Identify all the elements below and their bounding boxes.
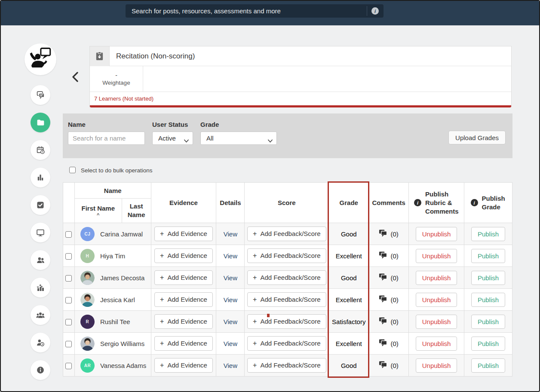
publish-button[interactable]: Publish — [471, 293, 505, 307]
row-checkbox[interactable] — [65, 319, 72, 325]
comments-count: (0) — [390, 362, 398, 369]
app-window: i R — [0, 0, 540, 392]
first-name-sort-header[interactable]: First Name ^ — [74, 199, 122, 223]
publish-button[interactable]: Publish — [471, 271, 505, 285]
unpublish-button[interactable]: Unpublish — [416, 271, 457, 285]
unpublish-button[interactable]: Unpublish — [416, 337, 457, 351]
add-evidence-button[interactable]: +Add Evidence — [154, 227, 213, 241]
row-checkbox[interactable] — [65, 341, 72, 347]
bulk-operations-label: Select to do bulk operations — [81, 167, 153, 174]
sidebar-item-leaderboard[interactable] — [31, 278, 50, 297]
add-feedback-score-button[interactable]: +Add Feedback/Score — [247, 336, 326, 351]
weightage-label: Weightage — [102, 79, 130, 87]
comments-icon[interactable] — [379, 295, 387, 304]
sidebar-item-resources[interactable] — [31, 113, 50, 132]
grade-value: Excellent — [336, 340, 362, 347]
comments-icon[interactable] — [379, 361, 387, 370]
add-evidence-button[interactable]: +Add Evidence — [154, 292, 213, 307]
learner-name: Sergio Williams — [100, 340, 144, 347]
info-icon[interactable]: i — [471, 199, 478, 206]
add-feedback-score-button[interactable]: +Add Feedback/Score — [247, 248, 326, 263]
user-status-select[interactable]: Active — [153, 132, 193, 144]
last-name-header[interactable]: Last Name — [122, 199, 151, 223]
plus-icon: + — [253, 230, 257, 237]
search-input[interactable] — [126, 4, 360, 18]
comments-column-header: Comments — [369, 183, 409, 223]
view-details-link[interactable]: View — [224, 274, 237, 282]
unpublish-button[interactable]: Unpublish — [416, 358, 457, 373]
view-details-link[interactable]: View — [224, 252, 237, 260]
comments-icon[interactable] — [379, 229, 387, 239]
plus-icon: + — [160, 296, 164, 303]
view-details-link[interactable]: View — [224, 296, 237, 303]
sidebar-item-users[interactable] — [31, 250, 50, 270]
row-checkbox[interactable] — [65, 231, 72, 238]
grade-value: Excellent — [336, 252, 362, 260]
row-checkbox[interactable] — [65, 363, 72, 369]
comments-icon[interactable] — [379, 251, 387, 260]
add-evidence-button[interactable]: +Add Evidence — [154, 314, 213, 329]
back-chevron-icon[interactable] — [71, 72, 79, 82]
assessment-header-card: Recitation (Non-scoring) - Weightage 7 L… — [89, 46, 512, 107]
sidebar-item-groups[interactable] — [31, 305, 50, 325]
comments-icon[interactable] — [379, 273, 387, 282]
sidebar-item-info[interactable] — [31, 360, 50, 380]
sidebar-item-schedule[interactable] — [31, 140, 50, 160]
table-row: HHiya Tim+Add EvidenceView+Add Feedback/… — [63, 245, 512, 267]
brand-logo[interactable] — [25, 43, 56, 75]
view-details-link[interactable]: View — [224, 230, 237, 238]
publish-button[interactable]: Publish — [471, 249, 505, 263]
publish-rubric-column-header: i Publish Rubric & Comments — [409, 183, 464, 223]
publish-button[interactable]: Publish — [471, 337, 505, 351]
add-feedback-score-button[interactable]: +Add Feedback/Score — [247, 314, 326, 329]
global-search: i — [126, 4, 384, 18]
view-details-link[interactable]: View — [224, 318, 237, 325]
add-feedback-score-button[interactable]: +Add Feedback/Score — [247, 270, 326, 285]
sidebar-item-attendance[interactable] — [31, 333, 50, 352]
sidebar-item-discussions[interactable] — [31, 85, 50, 105]
comments-count: (0) — [390, 318, 398, 325]
comments-icon[interactable] — [379, 317, 387, 326]
view-details-link[interactable]: View — [224, 340, 237, 347]
add-evidence-button[interactable]: +Add Evidence — [154, 336, 213, 351]
card-weightage-row: - Weightage — [90, 66, 511, 92]
row-checkbox[interactable] — [65, 253, 72, 260]
add-feedback-score-button[interactable]: +Add Feedback/Score — [247, 358, 326, 373]
comments-icon[interactable] — [379, 339, 387, 348]
add-feedback-score-button[interactable]: +Add Feedback/Score — [247, 292, 326, 307]
publish-button[interactable]: Publish — [471, 315, 505, 329]
add-evidence-button[interactable]: +Add Evidence — [154, 358, 213, 373]
add-evidence-button[interactable]: +Add Evidence — [154, 248, 213, 263]
divider — [367, 6, 367, 16]
learners-table: Name Evidence Details Score Grade Commen… — [63, 182, 512, 377]
evidence-column-header: Evidence — [151, 183, 216, 223]
check-square-icon — [36, 201, 45, 209]
comments-count: (0) — [390, 252, 398, 260]
unpublish-button[interactable]: Unpublish — [416, 315, 457, 329]
publish-button[interactable]: Publish — [471, 227, 505, 241]
group-icon — [36, 311, 45, 320]
unpublish-button[interactable]: Unpublish — [416, 249, 457, 263]
plus-icon: + — [160, 230, 164, 237]
unpublish-button[interactable]: Unpublish — [416, 227, 457, 241]
name-search-input[interactable] — [68, 132, 145, 145]
info-icon[interactable]: i — [414, 199, 421, 206]
grade-select[interactable]: All — [201, 132, 276, 144]
bulk-operations-checkbox[interactable] — [69, 167, 76, 173]
details-column-header: Details — [216, 183, 245, 223]
info-icon[interactable]: i — [371, 7, 379, 15]
filter-bar: Name User Status Active Grade All Upload… — [63, 113, 512, 158]
unpublish-button[interactable]: Unpublish — [416, 293, 457, 307]
upload-grades-button[interactable]: Upload Grades — [448, 131, 506, 144]
add-evidence-button[interactable]: +Add Evidence — [154, 270, 213, 285]
comments-count: (0) — [390, 230, 398, 238]
row-checkbox[interactable] — [65, 275, 72, 282]
table-row: CJCarina Jamwal+Add EvidenceView+Add Fee… — [63, 223, 512, 245]
sidebar-item-live-class[interactable] — [31, 223, 50, 242]
row-checkbox[interactable] — [65, 297, 72, 303]
view-details-link[interactable]: View — [224, 362, 237, 369]
publish-button[interactable]: Publish — [471, 358, 505, 373]
sidebar-item-assessments[interactable] — [31, 195, 50, 215]
add-feedback-score-button[interactable]: +Add Feedback/Score — [247, 227, 326, 241]
sidebar-item-analytics[interactable] — [31, 168, 50, 187]
